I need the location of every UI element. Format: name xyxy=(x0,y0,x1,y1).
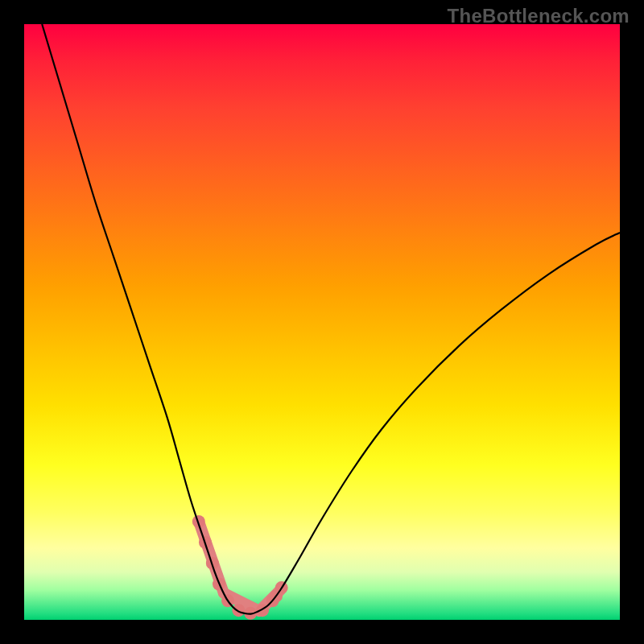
bottleneck-curve xyxy=(42,24,620,614)
curve-svg xyxy=(24,24,620,620)
chart-stage: TheBottleneck.com xyxy=(0,0,644,644)
highlight-dot xyxy=(232,604,245,617)
plot-area xyxy=(24,24,620,620)
optimal-range-highlight xyxy=(192,515,288,620)
